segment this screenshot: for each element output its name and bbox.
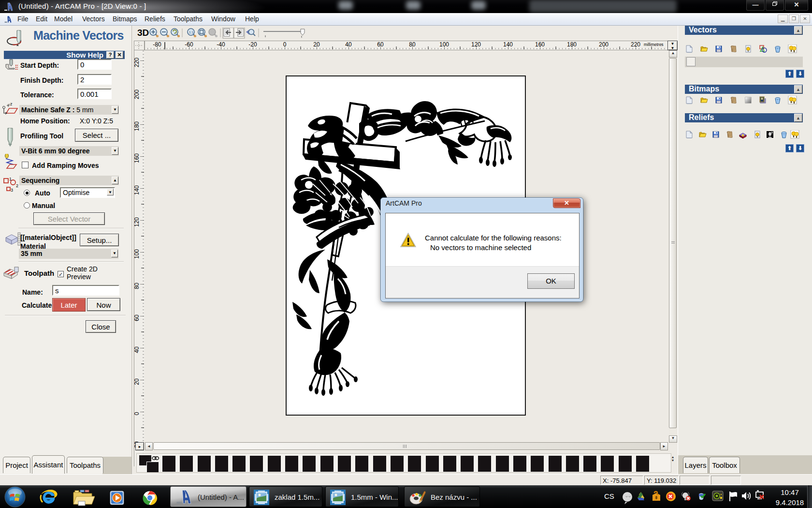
svg-text:2: 2 [16,183,18,188]
svg-text:3: 3 [11,188,13,193]
svg-text:-80: -80 [153,41,161,48]
svg-text:60: 60 [377,41,384,48]
svg-text:-20: -20 [248,41,257,48]
svg-text:20: 20 [134,378,140,385]
svg-text:60: 60 [134,314,140,321]
svg-text:180: 180 [134,121,140,131]
svg-text:0: 0 [283,41,287,48]
svg-text:80: 80 [409,41,416,48]
svg-text:220: 220 [134,58,140,67]
svg-text:-60: -60 [185,41,193,48]
svg-text:140: 140 [503,41,513,48]
svg-text:220: 220 [631,41,640,48]
svg-text:0: 0 [134,412,140,415]
svg-text:100: 100 [134,249,140,259]
svg-text:200: 200 [134,90,140,99]
svg-text:100: 100 [439,41,449,48]
svg-text:millimetres: millimetres [644,42,664,47]
svg-text:140: 140 [134,185,140,195]
svg-text:80: 80 [134,283,140,289]
svg-text:120: 120 [134,217,140,227]
svg-text:40: 40 [345,41,352,48]
svg-text:160: 160 [535,41,545,48]
svg-text:120: 120 [471,41,481,48]
svg-text:-40: -40 [217,41,225,48]
svg-text:160: 160 [134,153,140,163]
svg-text:1:1: 1:1 [189,30,193,34]
svg-text:20: 20 [313,41,320,48]
svg-text:40: 40 [134,346,140,353]
svg-text:200: 200 [599,41,609,48]
svg-text:180: 180 [567,41,577,48]
